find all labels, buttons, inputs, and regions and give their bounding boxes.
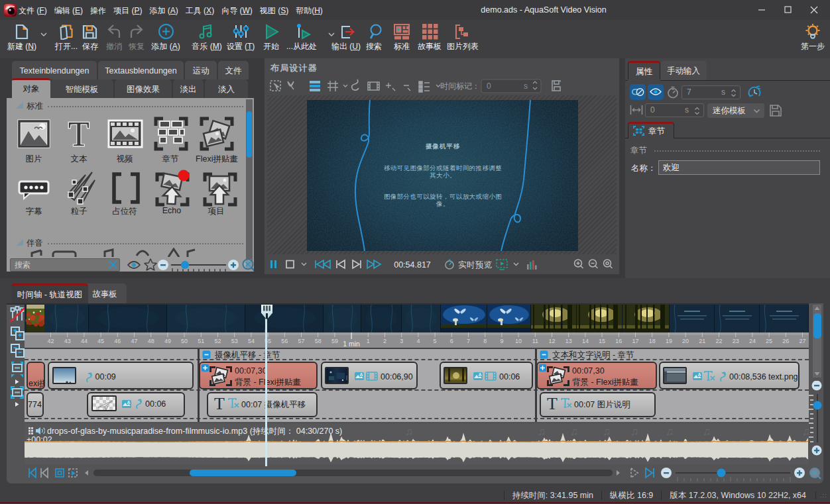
- svg-text:24: 24: [749, 338, 756, 344]
- svg-text:8: 8: [483, 338, 487, 344]
- svg-text:0: 0: [487, 81, 491, 91]
- svg-text:51: 51: [198, 338, 204, 344]
- svg-text:7: 7: [467, 338, 470, 344]
- svg-text:58: 58: [315, 338, 322, 344]
- svg-text:14: 14: [582, 338, 589, 344]
- svg-text:4: 4: [416, 338, 420, 344]
- svg-text:10: 10: [515, 338, 522, 344]
- svg-text:56: 56: [281, 338, 288, 344]
- svg-text:时间标记：: 时间标记：: [440, 81, 480, 91]
- svg-text:21: 21: [699, 338, 705, 344]
- svg-text:实时预览: 实时预览: [458, 260, 493, 270]
- svg-text:s: s: [524, 81, 528, 91]
- svg-text:48: 48: [148, 338, 154, 344]
- svg-text:6: 6: [450, 338, 453, 344]
- svg-text:45: 45: [97, 338, 104, 344]
- svg-text:图像部分也可以旋转，可以放大或缩小图: 图像部分也可以旋转，可以放大或缩小图: [384, 193, 502, 200]
- svg-text:11: 11: [532, 338, 538, 344]
- svg-text:9: 9: [500, 338, 503, 344]
- svg-text:A: A: [359, 372, 363, 377]
- svg-text:25: 25: [766, 338, 772, 344]
- svg-text:23: 23: [733, 338, 739, 344]
- svg-text:其大小。: 其大小。: [430, 172, 456, 179]
- svg-text:52: 52: [214, 338, 221, 344]
- svg-text:53: 53: [231, 338, 238, 344]
- svg-text:44: 44: [81, 338, 88, 344]
- svg-text:18: 18: [649, 338, 656, 344]
- svg-text:A: A: [478, 372, 481, 377]
- svg-text:像。: 像。: [436, 200, 449, 207]
- svg-text:13: 13: [565, 338, 572, 344]
- svg-text:46: 46: [114, 338, 121, 344]
- svg-text:19: 19: [666, 338, 672, 344]
- svg-text:3: 3: [400, 338, 403, 344]
- svg-text:20: 20: [682, 338, 689, 344]
- svg-text:T: T: [547, 395, 558, 411]
- svg-text:A: A: [127, 400, 130, 405]
- svg-text:59: 59: [331, 338, 338, 344]
- svg-text:42: 42: [47, 338, 54, 344]
- svg-text:43: 43: [64, 338, 71, 344]
- svg-text:摄像机平移: 摄像机平移: [425, 142, 461, 150]
- svg-text:54: 54: [248, 338, 255, 344]
- svg-text:57: 57: [298, 338, 304, 344]
- svg-text:27: 27: [799, 338, 805, 344]
- svg-text:00:54.817: 00:54.817: [394, 260, 431, 270]
- svg-text:移动可见图像部分或随着时间的推移调整: 移动可见图像部分或随着时间的推移调整: [384, 164, 502, 172]
- svg-text:49: 49: [164, 338, 171, 344]
- svg-text:15: 15: [599, 338, 605, 344]
- svg-text:T: T: [68, 117, 89, 151]
- svg-text:26: 26: [782, 338, 789, 344]
- svg-text:50: 50: [181, 338, 188, 344]
- svg-text:17: 17: [632, 338, 638, 344]
- svg-text:1: 1: [367, 338, 370, 344]
- svg-text:1 min: 1 min: [343, 340, 360, 348]
- svg-text:5: 5: [434, 338, 437, 344]
- svg-text:A: A: [697, 372, 701, 377]
- svg-text:47: 47: [131, 338, 137, 344]
- svg-text:16: 16: [615, 338, 622, 344]
- svg-text:2: 2: [383, 338, 386, 344]
- svg-text:22: 22: [715, 338, 722, 344]
- svg-text:T: T: [214, 395, 225, 411]
- svg-text:12: 12: [548, 338, 555, 344]
